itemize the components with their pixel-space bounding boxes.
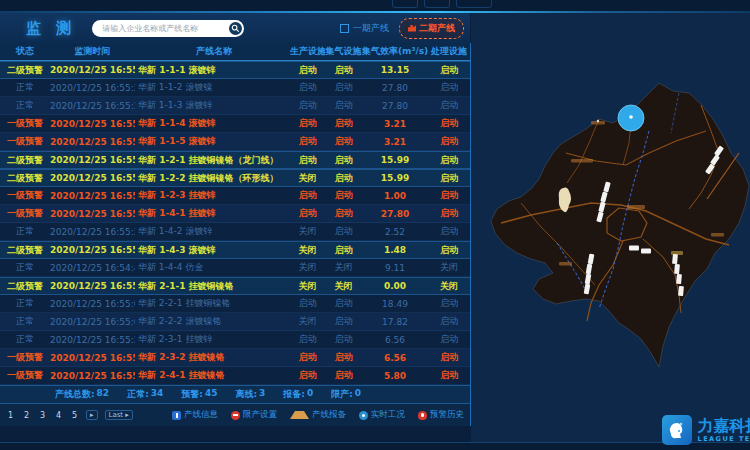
cell-treatment: 启动 — [428, 297, 470, 310]
map-alert-marker[interactable] — [618, 105, 644, 131]
cell-efficiency: 1.00 — [362, 191, 428, 201]
cell-status: 一级预警 — [0, 351, 50, 364]
cell-treatment: 启动 — [428, 64, 470, 77]
last-page-button[interactable]: Last ▸ — [105, 410, 133, 420]
cell-efficiency: 27.80 — [362, 101, 428, 111]
cell-line-name: 华新 1-4-4 仿金 — [135, 261, 290, 274]
table-row[interactable]: 二级预警 2020/12/25 16:55:24 华新 2-1-1 挂镀铜镍铬 … — [0, 277, 470, 295]
table-row[interactable]: 一级预警 2020/12/25 16:55:24 华新 2-3-2 挂镀镍铬 启… — [0, 349, 470, 367]
summary-item: 限产: 0 — [331, 388, 361, 401]
cell-treatment: 启动 — [428, 117, 470, 130]
page-number[interactable]: 3 — [38, 411, 47, 420]
cell-line-name: 华新 1-1-3 滚镀锌 — [135, 99, 290, 112]
search-icon[interactable] — [229, 22, 242, 35]
cell-gas: 关闭 — [325, 280, 362, 293]
cell-gas: 启动 — [325, 225, 362, 238]
summary-value: 34 — [151, 388, 164, 401]
cell-gas: 启动 — [325, 333, 362, 346]
cell-efficiency: 1.48 — [362, 245, 428, 255]
cell-efficiency: 17.82 — [362, 317, 428, 327]
page-number[interactable]: 2 — [22, 411, 31, 420]
search-input[interactable] — [100, 23, 229, 34]
phase1-checkbox[interactable]: 一期产线 — [340, 22, 389, 35]
cell-production: 启动 — [290, 333, 325, 346]
table-row[interactable]: 二级预警 2020/12/25 16:55:24 华新 1-1-1 滚镀锌 启动… — [0, 61, 470, 79]
cell-efficiency: 18.49 — [362, 299, 428, 309]
col-time: 监测时间 — [50, 45, 135, 58]
cell-treatment: 关闭 — [428, 280, 470, 293]
table-row[interactable]: 正常 2020/12/25 16:55:24 华新 1-1-3 滚镀锌 启动 启… — [0, 97, 470, 115]
cell-treatment: 启动 — [428, 172, 470, 185]
gauge-circle-icon — [359, 411, 368, 420]
cell-gas: 启动 — [325, 315, 362, 328]
cell-production: 启动 — [290, 99, 325, 112]
summary-label: 预警: — [181, 388, 203, 401]
cell-status: 正常 — [0, 99, 50, 112]
table-row[interactable]: 二级预警 2020/12/25 16:55:04 华新 1-2-1 挂镀铜镍铬（… — [0, 151, 470, 169]
map-svg — [471, 13, 750, 450]
summary-value: 0 — [355, 388, 361, 401]
checkbox-icon[interactable] — [340, 24, 349, 33]
page-number[interactable]: 1 — [6, 411, 15, 420]
table-row[interactable]: 一级预警 2020/12/25 16:55:24 华新 1-2-3 挂镀锌 启动… — [0, 187, 470, 205]
cell-time: 2020/12/25 16:55:24 — [50, 101, 135, 111]
legend-button[interactable]: 产线报备 — [290, 409, 346, 421]
col-line-name: 产线名称 — [135, 45, 290, 58]
page-number[interactable]: 5 — [70, 411, 79, 420]
legend-button[interactable]: 限产设置 — [231, 409, 277, 421]
cell-gas: 启动 — [325, 64, 362, 77]
phase2-button[interactable]: 二期产线 — [399, 18, 464, 39]
cell-production: 启动 — [290, 369, 325, 382]
cell-gas: 启动 — [325, 135, 362, 148]
cell-efficiency: 6.56 — [362, 353, 428, 363]
table-row[interactable]: 正常 2020/12/25 16:55:24 华新 2-3-1 挂镀锌 启动 启… — [0, 331, 470, 349]
page-title: 监 测 — [26, 19, 76, 38]
table-row[interactable]: 正常 2020/12/25 16:55:04 华新 2-2-2 滚镀镍铬 关闭 … — [0, 313, 470, 331]
cell-efficiency: 9.11 — [362, 263, 428, 273]
cell-production: 关闭 — [290, 244, 325, 257]
cell-efficiency: 3.21 — [362, 137, 428, 147]
cell-status: 正常 — [0, 333, 50, 346]
pagination: 12345 ▸ Last ▸ — [6, 410, 133, 420]
page-number[interactable]: 4 — [54, 411, 63, 420]
table-row[interactable]: 二级预警 2020/12/25 16:55:04 华新 1-4-3 滚镀锌 关闭… — [0, 241, 470, 259]
cell-gas: 启动 — [325, 189, 362, 202]
summary-bar: 产线总数: 82 正常: 34 预警: 45 离线: 3 — [0, 385, 470, 404]
cell-treatment: 关闭 — [428, 261, 470, 274]
cell-line-name: 华新 1-1-5 滚镀锌 — [135, 135, 290, 148]
cell-production: 启动 — [290, 117, 325, 130]
cell-status: 二级预警 — [0, 64, 50, 77]
cell-status: 一级预警 — [0, 207, 50, 220]
legend-button[interactable]: 产线信息 — [172, 409, 218, 421]
col-production-facility: 生产设施 — [290, 45, 325, 58]
cell-status: 一级预警 — [0, 189, 50, 202]
table-row[interactable]: 正常 2020/12/25 16:55:24 华新 1-1-2 滚镀镍 启动 启… — [0, 79, 470, 97]
cell-production: 启动 — [290, 351, 325, 364]
cell-line-name: 华新 2-2-2 滚镀镍铬 — [135, 315, 290, 328]
cell-line-name: 华新 2-2-1 挂镀铜镍铬 — [135, 297, 290, 310]
cell-line-name: 华新 1-4-2 滚镀锌 — [135, 225, 290, 238]
cell-time: 2020/12/25 16:55:24 — [50, 281, 135, 291]
cell-treatment: 启动 — [428, 99, 470, 112]
legend-label: 产线报备 — [312, 409, 346, 421]
cell-time: 2020/12/25 16:55:04 — [50, 245, 135, 255]
legend-button[interactable]: 预警历史 — [418, 409, 464, 421]
cell-status: 正常 — [0, 315, 50, 328]
table-row[interactable]: 一级预警 2020/12/25 16:55:24 华新 1-4-1 挂镀锌 启动… — [0, 205, 470, 223]
bottom-band — [0, 442, 750, 450]
next-page-button[interactable]: ▸ — [86, 410, 98, 420]
legend-button[interactable]: 实时工况 — [359, 409, 405, 421]
cell-time: 2020/12/25 16:55:24 — [50, 335, 135, 345]
table-row[interactable]: 正常 2020/12/25 16:54:44 华新 1-4-4 仿金 关闭 关闭… — [0, 259, 470, 277]
table-row[interactable]: 一级预警 2020/12/25 16:55:24 华新 1-1-5 滚镀锌 启动… — [0, 133, 470, 151]
table-row[interactable]: 正常 2020/12/25 16:55:24 华新 1-4-2 滚镀锌 关闭 启… — [0, 223, 470, 241]
table-row[interactable]: 正常 2020/12/25 16:55:04 华新 2-2-1 挂镀铜镍铬 启动… — [0, 295, 470, 313]
cell-production: 关闭 — [290, 172, 325, 185]
cell-time: 2020/12/25 16:55:24 — [50, 119, 135, 129]
cell-status: 正常 — [0, 81, 50, 94]
cell-status: 正常 — [0, 225, 50, 238]
table-row[interactable]: 一级预警 2020/12/25 16:55:24 华新 2-4-1 挂镀镍铬 启… — [0, 367, 470, 385]
table-row[interactable]: 二级预警 2020/12/25 16:55:24 华新 1-2-2 挂镀铜镍铬（… — [0, 169, 470, 187]
table-row[interactable]: 一级预警 2020/12/25 16:55:24 华新 1-1-4 滚镀锌 启动… — [0, 115, 470, 133]
search-box[interactable] — [92, 20, 244, 37]
